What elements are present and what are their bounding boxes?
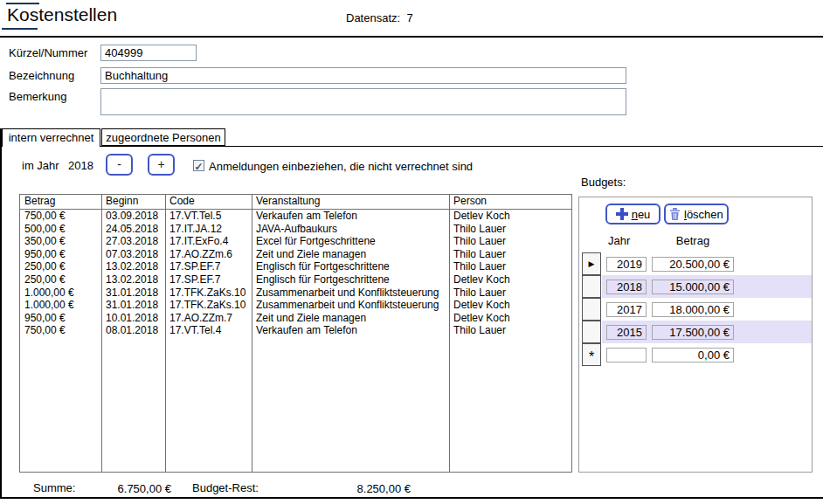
header-divider: [0, 36, 823, 38]
table-row[interactable]: 350,00 €27.03.201817.IT.ExFo.4Excel für …: [20, 235, 571, 248]
cell-veranstaltung: Englisch für Fortgeschrittene: [252, 260, 449, 273]
cell-beginn: 07.03.2018: [101, 248, 165, 261]
record-counter: Datensatz: 7: [346, 11, 413, 24]
budget-row-selector[interactable]: [582, 275, 601, 298]
cell-betrag: 750,00 €: [20, 324, 101, 337]
cell-betrag: 500,00 €: [20, 223, 101, 236]
include-unbilled-checkbox[interactable]: ✓: [193, 160, 204, 171]
cell-veranstaltung: Englisch für Fortgeschrittene: [252, 273, 449, 287]
budget-betrag-field[interactable]: 20.500,00 €: [652, 257, 734, 272]
budgets-panel: neu löschen Jahr Betrag ▶ 2019 20.500,00…: [578, 197, 813, 473]
cell-person: Thilo Lauer: [449, 324, 571, 337]
budget-delete-button[interactable]: löschen: [664, 204, 729, 224]
table-row[interactable]: 250,00 €13.02.201817.SP.EF.7Englisch für…: [20, 273, 571, 287]
budget-jahr-field[interactable]: [606, 348, 647, 362]
bemerkung-label: Bemerkung: [9, 90, 66, 103]
table-row[interactable]: 1.000,00 €31.01.201817.TFK.ZaKs.10Zusamm…: [20, 299, 571, 312]
budget-betrag-field[interactable]: 0,00 €: [652, 348, 734, 362]
budget-row-selector[interactable]: [582, 298, 601, 321]
table-row[interactable]: 750,00 €08.01.201817.VT.Tel.4Verkaufen a…: [20, 324, 571, 337]
budget-jahr-field[interactable]: 2018: [606, 280, 647, 294]
cell-beginn: 31.01.2018: [101, 287, 165, 300]
cell-betrag: 250,00 €: [20, 273, 101, 287]
form-left-border: [0, 128, 2, 499]
budget-row-selector[interactable]: [582, 321, 601, 343]
cell-veranstaltung: Zusammenarbeit und Konfliktsteuerung: [252, 287, 449, 300]
kuerzel-label: Kürzel/Nummer: [9, 46, 87, 59]
record-counter-value: 7: [406, 11, 412, 24]
tab-page-border: [1, 146, 823, 147]
table-row[interactable]: 950,00 €10.01.201817.AO.ZZm.7Zeit und Zi…: [20, 312, 571, 325]
plus-icon: [616, 208, 628, 220]
cell-beginn: 27.03.2018: [101, 235, 165, 248]
cell-code: 17.IT.JA.12: [165, 223, 252, 236]
budget-delete-label: löschen: [684, 208, 723, 221]
cell-code: 17.SP.EF.7: [165, 260, 252, 273]
cell-veranstaltung: Excel für Fortgeschrittene: [252, 235, 449, 248]
table-row[interactable]: 950,00 €07.03.201817.AO.ZZm.6Zeit und Zi…: [20, 248, 571, 261]
budget-rest-label: Budget-Rest:: [192, 481, 259, 494]
checkmark-icon: ✓: [194, 161, 203, 173]
column-header-person[interactable]: Person: [449, 195, 571, 209]
budget-jahr-field[interactable]: 2015: [606, 325, 647, 340]
budget-betrag-field[interactable]: 15.000,00 €: [652, 280, 734, 294]
budget-betrag-field[interactable]: 17.500,00 €: [652, 325, 734, 340]
budget-new-row-selector[interactable]: *: [582, 343, 601, 366]
tab-zugeordnete-personen[interactable]: zugeordnete Personen: [101, 128, 225, 146]
summe-label: Summe:: [33, 481, 75, 494]
cell-person: Detlev Koch: [449, 312, 571, 325]
column-header-veranstaltung[interactable]: Veranstaltung: [252, 195, 449, 209]
table-row[interactable]: 250,00 €13.02.201817.SP.EF.7Englisch für…: [20, 260, 571, 273]
column-header-betrag[interactable]: Betrag: [20, 195, 101, 209]
bookings-table: Betrag Beginn Code Veranstaltung Person …: [19, 194, 572, 473]
cell-code: 17.TFK.ZaKs.10: [165, 287, 252, 300]
summe-value: 6.750,00 €: [93, 482, 171, 495]
page-title: Kostenstellen: [7, 4, 117, 25]
cell-betrag: 1.000,00 €: [20, 299, 101, 312]
cell-beginn: 08.01.2018: [101, 324, 165, 337]
budget-col-jahr: Jahr: [608, 234, 630, 247]
year-value: 2018: [68, 159, 93, 172]
table-row[interactable]: 1.000,00 €31.01.201817.TFK.ZaKs.10Zusamm…: [20, 287, 571, 300]
cell-beginn: 03.09.2018: [101, 210, 165, 223]
cell-person: Detlev Koch: [449, 299, 571, 312]
budget-jahr-field[interactable]: 2019: [606, 257, 647, 272]
cell-betrag: 250,00 €: [20, 260, 101, 273]
budget-rest-value: 8.250,00 €: [322, 482, 411, 495]
new-record-asterisk-icon: *: [589, 349, 594, 364]
budget-betrag-field[interactable]: 18.000,00 €: [652, 302, 734, 317]
cell-person: Thilo Lauer: [449, 248, 571, 261]
column-header-beginn[interactable]: Beginn: [101, 195, 165, 209]
cell-veranstaltung: Verkaufen am Telefon: [252, 210, 449, 223]
cell-person: Thilo Lauer: [449, 287, 571, 300]
include-unbilled-label: Anmeldungen einbeziehen, die nicht verre…: [209, 160, 473, 173]
budget-row-selector[interactable]: ▶: [582, 252, 601, 275]
cell-veranstaltung: Zeit und Ziele managen: [252, 312, 449, 325]
table-row[interactable]: 500,00 €24.05.201817.IT.JA.12JAVA-Aufbau…: [20, 223, 571, 236]
budget-jahr-field[interactable]: 2017: [606, 302, 647, 317]
bemerkung-input[interactable]: [100, 88, 626, 115]
bezeichnung-label: Bezeichnung: [9, 69, 74, 82]
cell-beginn: 10.01.2018: [101, 312, 165, 325]
cell-beginn: 24.05.2018: [101, 223, 165, 236]
year-decrement-button[interactable]: -: [106, 154, 133, 176]
table-header-row: Betrag Beginn Code Veranstaltung Person: [20, 195, 571, 210]
year-increment-button[interactable]: +: [148, 154, 175, 176]
current-record-arrow-icon: ▶: [589, 259, 595, 268]
cell-betrag: 950,00 €: [20, 248, 101, 261]
year-label: im Jahr: [22, 159, 59, 172]
cell-code: 17.TFK.ZaKs.10: [165, 299, 252, 312]
table-body: 750,00 €03.09.201817.VT.Tel.5Verkaufen a…: [20, 210, 571, 337]
table-row[interactable]: 750,00 €03.09.201817.VT.Tel.5Verkaufen a…: [20, 210, 571, 223]
budgets-label: Budgets:: [581, 176, 626, 189]
bezeichnung-input[interactable]: [100, 67, 626, 84]
kuerzel-input[interactable]: [100, 45, 197, 61]
cell-veranstaltung: Zeit und Ziele managen: [252, 248, 449, 261]
title-accent-line-bottom: [2, 28, 38, 30]
tab-intern-verrechnet[interactable]: intern verrechnet: [2, 128, 100, 147]
trash-icon: [669, 208, 681, 220]
budget-new-button[interactable]: neu: [605, 204, 660, 224]
cell-beginn: 13.02.2018: [101, 273, 165, 287]
column-header-code[interactable]: Code: [165, 195, 252, 209]
cell-person: Thilo Lauer: [449, 260, 571, 273]
